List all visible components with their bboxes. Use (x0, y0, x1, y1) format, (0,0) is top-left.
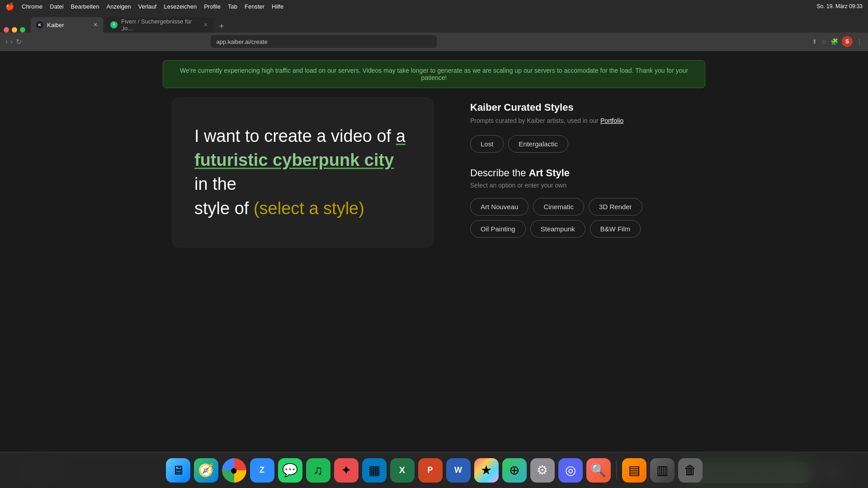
portfolio-link[interactable]: Portfolio (600, 117, 623, 124)
apple-logo: 🍎 (5, 2, 14, 11)
tab-fiverr[interactable]: f Fiverr / Suchergebnisse für „lo... ✕ (105, 17, 213, 33)
dock-separator (616, 461, 617, 479)
chip-oil-painting[interactable]: Oil Painting (470, 220, 526, 238)
reload-button[interactable]: ↻ (16, 38, 22, 46)
dock-notchmeister[interactable]: ★ (474, 458, 499, 483)
prompt-style-select[interactable]: (select a style) (254, 199, 364, 218)
dock-zoom[interactable]: Z (250, 458, 274, 483)
traffic-lights[interactable] (4, 27, 25, 33)
curated-subtitle: Prompts curated by Kaiber artists, used … (470, 117, 696, 124)
dock-spotify[interactable]: ♫ (306, 458, 330, 483)
notice-text: We're currently experiencing high traffi… (180, 67, 688, 81)
art-style-title-bold: Art Style (529, 167, 570, 178)
dock: 🖥 🧭 ● Z 💬 ♫ ✦ ▦ X P W ★ ⊕ ⚙ ◎ 🔍 ▤ ▥ 🗑 (0, 452, 868, 488)
menu-datei[interactable]: Datei (50, 3, 63, 10)
menu-fenster[interactable]: Fenster (245, 3, 264, 10)
main-content: We're currently experiencing high traffi… (0, 51, 868, 452)
dock-word[interactable]: W (446, 458, 471, 483)
curated-subtitle-pre: Prompts curated by Kaiber artists, used … (470, 117, 600, 124)
menu-bar: 🍎 Chrome Datei Bearbeiten Anzeigen Verla… (0, 0, 868, 13)
menu-bearbeiten[interactable]: Bearbeiten (71, 3, 99, 10)
tab-kaiber-label: Kaiber (47, 22, 64, 28)
dock-trash[interactable]: 🗑 (678, 458, 703, 483)
bookmark-icon[interactable]: ☆ (821, 38, 827, 45)
chip-bw-film[interactable]: B&W Film (590, 220, 641, 238)
profile-icon[interactable]: S (842, 36, 853, 47)
menu-chrome[interactable]: Chrome (22, 3, 42, 10)
forward-nav-button[interactable]: › (10, 38, 13, 46)
prompt-subject[interactable]: futuristic cyberpunk city (194, 150, 394, 169)
kaiber-favicon: K (36, 21, 43, 28)
page-wrapper: We're currently experiencing high traffi… (0, 51, 868, 452)
menu-tab[interactable]: Tab (228, 3, 237, 10)
style-panel: Kaiber Curated Styles Prompts curated by… (470, 97, 696, 252)
menu-dots-icon[interactable]: ⋮ (856, 38, 863, 45)
share-icon[interactable]: ⬆ (812, 38, 817, 45)
dock-finder2[interactable]: ▥ (650, 458, 675, 483)
url-display: app.kaiber.ai/create (216, 38, 267, 45)
prompt-line1: I want to create a video of a (194, 127, 406, 145)
nav-buttons[interactable]: ‹ › ↻ (5, 38, 22, 46)
dock-powerpoint[interactable]: P (418, 458, 443, 483)
dock-excel[interactable]: X (390, 458, 415, 483)
dock-finder[interactable]: 🖥 (166, 458, 190, 483)
chip-cinematic[interactable]: Cinematic (533, 198, 584, 216)
dock-whatsapp[interactable]: 💬 (278, 458, 302, 483)
dock-safari[interactable]: 🧭 (194, 458, 218, 483)
prompt-style-pre: style of (194, 199, 254, 218)
content-area: I want to create a video of a futuristic… (163, 97, 705, 252)
dock-preview[interactable]: ▤ (622, 458, 646, 483)
tab-kaiber[interactable]: K Kaiber ✕ (31, 17, 103, 33)
chip-art-nouveau[interactable]: Art Nouveau (470, 198, 528, 216)
menu-lesezeichen[interactable]: Lesezeichen (164, 3, 197, 10)
menu-anzeigen[interactable]: Anzeigen (107, 3, 131, 10)
menu-verlauf[interactable]: Verlauf (138, 3, 156, 10)
dock-systemprefs[interactable]: ⚙ (530, 458, 555, 483)
curated-section: Kaiber Curated Styles Prompts curated by… (470, 102, 696, 153)
dock-quicklook[interactable]: 🔍 (586, 458, 611, 483)
prompt-cursor: a (396, 127, 406, 145)
extensions-icon[interactable]: 🧩 (830, 38, 838, 45)
new-tab-button[interactable]: + (215, 20, 228, 33)
address-bar[interactable]: app.kaiber.ai/create (211, 35, 437, 48)
tab-bar: K Kaiber ✕ f Fiverr / Suchergebnisse für… (0, 13, 868, 33)
browser-actions[interactable]: ⬆ ☆ 🧩 S ⋮ (812, 36, 863, 47)
menu-profile[interactable]: Profile (204, 3, 221, 10)
prompt-connector: in the (194, 174, 236, 193)
tab-kaiber-close[interactable]: ✕ (93, 22, 98, 28)
fullscreen-button[interactable] (20, 27, 25, 33)
close-button[interactable] (4, 27, 9, 33)
prompt-panel: I want to create a video of a futuristic… (172, 97, 434, 248)
art-style-section: Describe the Art Style Select an option … (470, 167, 696, 238)
art-style-title-pre: Describe the (470, 167, 529, 178)
menu-hilfe[interactable]: Hilfe (272, 3, 283, 10)
chip-entergalactic[interactable]: Entergalactic (508, 135, 568, 153)
chip-steampunk[interactable]: Steampunk (530, 220, 585, 238)
menu-right: So. 19. März 09:33 (817, 3, 863, 9)
notice-banner: We're currently experiencing high traffi… (163, 60, 705, 88)
art-style-chips: Art Nouveau Cinematic 3D Render Oil Pain… (470, 198, 696, 238)
menu-items[interactable]: Chrome Datei Bearbeiten Anzeigen Verlauf… (22, 3, 283, 10)
art-style-subtitle: Select an option or enter your own (470, 182, 696, 189)
address-bar-row: ‹ › ↻ app.kaiber.ai/create ⬆ ☆ 🧩 S ⋮ (0, 33, 868, 51)
dock-discord[interactable]: ◎ (558, 458, 583, 483)
back-nav-button[interactable]: ‹ (5, 38, 8, 46)
chip-3d-render[interactable]: 3D Render (589, 198, 642, 216)
menu-time: So. 19. März 09:33 (817, 3, 863, 9)
dock-maps[interactable]: ⊕ (502, 458, 527, 483)
tab-fiverr-close[interactable]: ✕ (203, 22, 208, 28)
curated-chips: Lost Entergalactic (470, 135, 696, 153)
minimize-button[interactable] (12, 27, 17, 33)
curated-title: Kaiber Curated Styles (470, 102, 696, 113)
chip-lost[interactable]: Lost (470, 135, 504, 153)
prompt-text: I want to create a video of a futuristic… (194, 124, 411, 221)
tab-fiverr-label: Fiverr / Suchergebnisse für „lo... (121, 18, 200, 32)
dock-chrome[interactable]: ● (222, 458, 246, 483)
browser-chrome: K Kaiber ✕ f Fiverr / Suchergebnisse für… (0, 13, 868, 51)
fiverr-favicon: f (110, 21, 118, 28)
art-style-title: Describe the Art Style (470, 167, 696, 179)
dock-trello[interactable]: ▦ (362, 458, 387, 483)
dock-spark[interactable]: ✦ (334, 458, 359, 483)
